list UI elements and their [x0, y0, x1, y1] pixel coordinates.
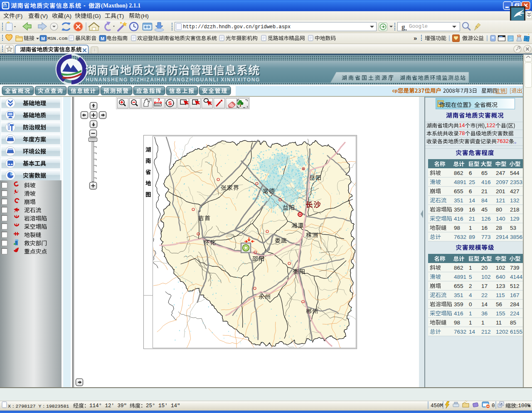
svg-text:427: 427 — [510, 188, 520, 194]
svg-text:»: » — [414, 34, 417, 42]
svg-text:1: 1 — [469, 265, 472, 271]
svg-text:45: 45 — [481, 206, 488, 213]
svg-text:0: 0 — [492, 403, 495, 409]
svg-text:(T): (T) — [117, 13, 124, 19]
svg-text:739: 739 — [510, 265, 520, 271]
svg-text:M: M — [101, 36, 104, 41]
svg-text:14: 14 — [469, 329, 475, 335]
svg-text:78: 78 — [459, 130, 465, 136]
svg-text:102: 102 — [481, 274, 491, 280]
svg-text:84: 84 — [481, 197, 488, 204]
svg-text:(Maxthon) 2.1.1: (Maxthon) 2.1.1 — [101, 2, 140, 9]
svg-text:(G): (G) — [93, 13, 101, 19]
svg-text:(V): (V) — [40, 13, 48, 19]
svg-text:122: 122 — [486, 122, 495, 128]
svg-text:4891: 4891 — [454, 274, 466, 280]
svg-text:115: 115 — [496, 292, 505, 298]
svg-text:6155: 6155 — [510, 329, 522, 335]
svg-text:53: 53 — [510, 225, 516, 231]
svg-text:14: 14 — [459, 122, 465, 128]
svg-text:416: 416 — [454, 216, 463, 222]
svg-text:114° 12′ 39″: 114° 12′ 39″ — [89, 403, 127, 409]
svg-text:0: 0 — [469, 301, 472, 307]
svg-text:98: 98 — [454, 320, 460, 326]
svg-text:cp: cp — [392, 88, 398, 93]
svg-text:1: 1 — [469, 320, 472, 326]
svg-text:16: 16 — [469, 206, 475, 213]
svg-text:2: 2 — [469, 283, 472, 289]
svg-text:7632: 7632 — [497, 138, 509, 144]
svg-text:80: 80 — [496, 206, 502, 213]
svg-text:140: 140 — [496, 216, 505, 222]
svg-text:2914: 2914 — [496, 234, 509, 240]
svg-text:4: 4 — [469, 292, 472, 298]
svg-text:201: 201 — [496, 188, 505, 194]
svg-text:247: 247 — [496, 170, 505, 176]
svg-text:1: 1 — [469, 225, 472, 231]
svg-text:6: 6 — [469, 188, 472, 194]
svg-text:28: 28 — [496, 225, 502, 231]
svg-text:98: 98 — [454, 225, 460, 231]
svg-text:14: 14 — [469, 197, 475, 204]
svg-text:-: - — [84, 2, 86, 9]
svg-text:36: 36 — [481, 310, 488, 317]
svg-text:773: 773 — [481, 234, 491, 240]
svg-text:?: ? — [158, 98, 160, 103]
svg-text:16: 16 — [481, 225, 488, 231]
svg-text:1: 1 — [481, 320, 485, 326]
svg-text:(A): (A) — [64, 13, 71, 19]
svg-text:21: 21 — [469, 216, 475, 222]
svg-text:(F): (F) — [15, 13, 22, 19]
svg-text:218: 218 — [510, 206, 520, 213]
svg-text:123: 123 — [496, 283, 505, 289]
svg-text:1: 1 — [469, 310, 472, 317]
svg-text:129: 129 — [510, 216, 520, 222]
svg-text:862: 862 — [454, 265, 463, 271]
svg-text:(H): (H) — [141, 13, 149, 19]
svg-text:22: 22 — [481, 292, 488, 298]
svg-text:224: 224 — [510, 310, 520, 317]
svg-text:212: 212 — [481, 329, 491, 335]
svg-text:25° 15′ 14″: 25° 15′ 14″ — [146, 403, 180, 409]
svg-text:http://dzzh.hndh.gov.cn/gridwe: http://dzzh.hndh.gov.cn/gridweb.aspx — [183, 24, 291, 30]
svg-text:640: 640 — [496, 274, 505, 280]
svg-text:7632: 7632 — [454, 329, 466, 335]
svg-text:155: 155 — [496, 310, 505, 317]
svg-text:102: 102 — [496, 265, 505, 271]
svg-text:284: 284 — [510, 301, 520, 307]
svg-text:25: 25 — [469, 179, 475, 185]
svg-text:416: 416 — [454, 310, 463, 317]
svg-text:89: 89 — [469, 234, 475, 240]
svg-text:126: 126 — [481, 216, 491, 222]
svg-text:351: 351 — [454, 197, 463, 204]
svg-text:544: 544 — [510, 170, 520, 176]
svg-text:512: 512 — [510, 283, 520, 289]
svg-text:5: 5 — [469, 274, 472, 280]
svg-text:Google: Google — [409, 24, 428, 30]
svg-text:1202: 1202 — [496, 329, 508, 335]
svg-text:655: 655 — [454, 188, 463, 194]
svg-text:121: 121 — [496, 197, 505, 204]
svg-text:359: 359 — [454, 301, 463, 307]
svg-text:2353: 2353 — [510, 179, 522, 185]
svg-text:56: 56 — [496, 301, 502, 307]
svg-text:g: g — [401, 23, 405, 31]
svg-text:351: 351 — [454, 292, 463, 298]
svg-text:4144: 4144 — [510, 274, 523, 280]
svg-text:17: 17 — [481, 283, 488, 289]
svg-text:65: 65 — [481, 170, 488, 176]
svg-text:14: 14 — [481, 301, 488, 307]
svg-text:416: 416 — [481, 179, 491, 185]
svg-text:359: 359 — [454, 206, 463, 213]
svg-text:132: 132 — [510, 197, 520, 204]
svg-text:11: 11 — [496, 320, 502, 326]
svg-text:7632: 7632 — [454, 234, 466, 240]
svg-text:862: 862 — [454, 170, 463, 176]
svg-text:HUNANSHENG DIZHIZAIHAI FANGZHI: HUNANSHENG DIZHIZAIHAI FANGZHIGUANLI XIN… — [86, 77, 260, 83]
svg-text:20: 20 — [481, 265, 488, 271]
svg-text:MSN.com: MSN.com — [47, 36, 67, 41]
svg-text:3856: 3856 — [510, 234, 522, 240]
svg-text:M: M — [41, 36, 45, 41]
svg-text:S: S — [168, 100, 172, 106]
svg-text:6: 6 — [469, 170, 472, 176]
